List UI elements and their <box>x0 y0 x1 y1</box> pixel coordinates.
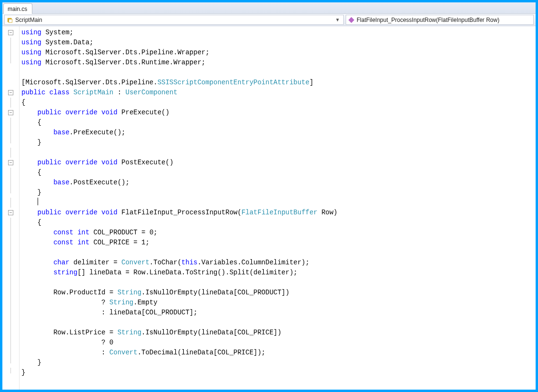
fold-toggle[interactable] <box>2 278 19 288</box>
code-line[interactable]: { <box>21 218 536 228</box>
fold-toggle[interactable] <box>2 48 19 58</box>
code-editor[interactable]: −−−−− using System;using System.Data;usi… <box>2 26 536 390</box>
code-line[interactable]: char delimiter = Convert.ToChar(this.Var… <box>21 258 536 268</box>
code-line[interactable]: Row.ListPrice = String.IsNullOrEmpty(lin… <box>21 328 536 338</box>
code-line[interactable]: const int COL_PRODUCT = 0; <box>21 228 536 238</box>
fold-toggle[interactable]: − <box>2 208 19 218</box>
fold-toggle[interactable] <box>2 148 19 158</box>
fold-toggle[interactable] <box>2 288 19 298</box>
code-line[interactable]: base.PostExecute(); <box>21 178 536 188</box>
code-line[interactable]: : lineData[COL_PRODUCT]; <box>21 308 536 318</box>
fold-toggle[interactable] <box>2 178 19 188</box>
code-line[interactable]: using System; <box>21 28 536 38</box>
fold-toggle[interactable] <box>2 228 19 238</box>
chevron-down-icon: ▼ <box>334 17 341 22</box>
fold-toggle[interactable]: − <box>2 28 19 38</box>
fold-toggle[interactable] <box>2 368 19 378</box>
fold-toggle[interactable] <box>2 268 19 278</box>
code-line[interactable]: ? String.Empty <box>21 298 536 308</box>
fold-toggle[interactable] <box>2 348 19 358</box>
fold-toggle[interactable]: − <box>2 88 19 98</box>
code-line[interactable] <box>21 68 536 78</box>
code-line[interactable]: public override void FlatFileInput_Proce… <box>21 208 536 218</box>
code-line[interactable]: { <box>21 168 536 178</box>
fold-toggle[interactable]: − <box>2 108 19 118</box>
class-selector-label: ScriptMain <box>15 17 42 23</box>
fold-toggle[interactable] <box>2 78 19 88</box>
fold-toggle[interactable] <box>2 118 19 128</box>
code-line[interactable]: public override void PostExecute() <box>21 158 536 168</box>
editor-window: main.cs ScriptMain ▼ FlatFileInput_Proce… <box>2 2 536 390</box>
code-line[interactable]: } <box>21 358 536 368</box>
code-line[interactable] <box>21 198 536 208</box>
tab-title: main.cs <box>8 6 27 12</box>
code-line[interactable]: const int COL_PRICE = 1; <box>21 238 536 248</box>
code-area[interactable]: using System;using System.Data;using Mic… <box>20 26 536 390</box>
fold-toggle[interactable] <box>2 128 19 138</box>
code-line[interactable]: using Microsoft.SqlServer.Dts.Pipeline.W… <box>21 48 536 58</box>
code-line[interactable]: { <box>21 98 536 108</box>
fold-toggle[interactable] <box>2 188 19 198</box>
svg-rect-1 <box>9 19 12 22</box>
code-line[interactable]: string[] lineData = Row.LineData.ToStrin… <box>21 268 536 278</box>
fold-toggle[interactable] <box>2 138 19 148</box>
code-line[interactable]: } <box>21 368 536 378</box>
code-line[interactable]: public override void PreExecute() <box>21 108 536 118</box>
fold-toggle[interactable]: − <box>2 158 19 168</box>
code-line[interactable]: { <box>21 118 536 128</box>
svg-rect-2 <box>349 17 354 22</box>
fold-toggle[interactable] <box>2 328 19 338</box>
tab-bar: main.cs <box>2 2 536 14</box>
class-selector[interactable]: ScriptMain ▼ <box>4 15 344 25</box>
fold-toggle[interactable] <box>2 68 19 78</box>
fold-toggle[interactable] <box>2 308 19 318</box>
fold-toggle[interactable] <box>2 218 19 228</box>
code-line[interactable]: } <box>21 138 536 148</box>
fold-toggle[interactable] <box>2 318 19 328</box>
code-line[interactable]: public class ScriptMain : UserComponent <box>21 88 536 98</box>
outline-gutter[interactable]: −−−−− <box>2 26 20 390</box>
code-line[interactable]: } <box>21 188 536 198</box>
code-line[interactable] <box>21 318 536 328</box>
method-icon <box>348 17 355 23</box>
code-line[interactable]: base.PreExecute(); <box>21 128 536 138</box>
code-line[interactable] <box>21 248 536 258</box>
fold-toggle[interactable] <box>2 98 19 108</box>
class-icon <box>7 17 13 23</box>
fold-toggle[interactable] <box>2 198 19 208</box>
fold-toggle[interactable] <box>2 338 19 348</box>
member-selector[interactable]: FlatFileInput_ProcessInputRow(FlatFileIn… <box>346 15 534 25</box>
navigation-bar: ScriptMain ▼ FlatFileInput_ProcessInputR… <box>2 14 536 26</box>
fold-toggle[interactable] <box>2 258 19 268</box>
member-selector-label: FlatFileInput_ProcessInputRow(FlatFileIn… <box>357 17 499 23</box>
code-line[interactable]: ? 0 <box>21 338 536 348</box>
fold-toggle[interactable] <box>2 298 19 308</box>
fold-toggle[interactable] <box>2 168 19 178</box>
code-line[interactable]: : Convert.ToDecimal(lineData[COL_PRICE])… <box>21 348 536 358</box>
code-line[interactable]: Row.ProductId = String.IsNullOrEmpty(lin… <box>21 288 536 298</box>
fold-toggle[interactable] <box>2 358 19 368</box>
code-line[interactable] <box>21 278 536 288</box>
fold-toggle[interactable] <box>2 248 19 258</box>
code-line[interactable] <box>21 148 536 158</box>
code-line[interactable]: using Microsoft.SqlServer.Dts.Runtime.Wr… <box>21 58 536 68</box>
code-line[interactable]: [Microsoft.SqlServer.Dts.Pipeline.SSISSc… <box>21 78 536 88</box>
fold-toggle[interactable] <box>2 38 19 48</box>
fold-toggle[interactable] <box>2 238 19 248</box>
code-line[interactable]: using System.Data; <box>21 38 536 48</box>
file-tab[interactable]: main.cs <box>3 3 32 14</box>
fold-toggle[interactable] <box>2 58 19 68</box>
